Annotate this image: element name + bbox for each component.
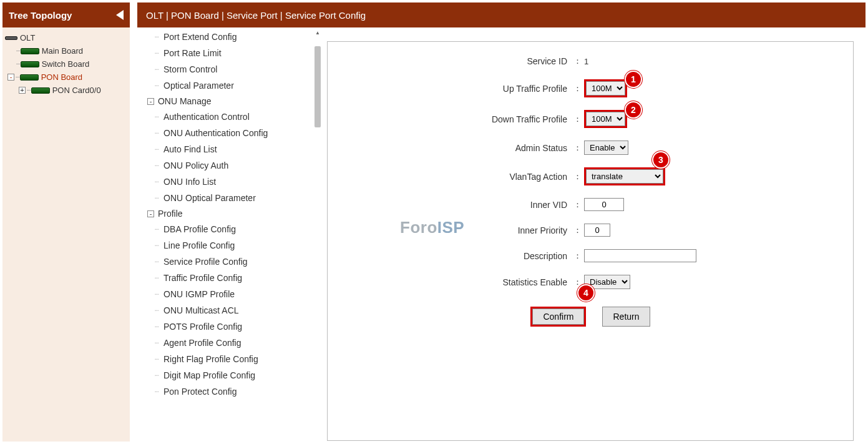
tree-item-pon-board[interactable]: - ┄ PON Board — [5, 71, 127, 84]
nav-group-profile[interactable]: - Profile — [137, 206, 321, 221]
tree-item-pon-card[interactable]: + ┄ PON Card0/0 — [5, 84, 127, 97]
select-down-traffic-profile[interactable]: 100M — [586, 112, 625, 126]
nav-onu-authentication-config[interactable]: ONU Authentication Config — [137, 125, 321, 141]
input-inner-vid[interactable] — [584, 198, 624, 211]
nav-pon-protect-config[interactable]: Pon Protect Config — [137, 383, 321, 400]
nav-digit-map-profile-config[interactable]: Digit Map Profile Config — [137, 367, 321, 383]
nav-onu-info-list[interactable]: ONU Info List — [137, 174, 321, 190]
breadcrumb: OLT | PON Board | Service Port | Service… — [146, 10, 366, 21]
label-admin-status: Admin Status — [328, 143, 571, 153]
row-down-traffic: Down Traffic Profile ： 100M 2 — [328, 104, 853, 134]
config-nav[interactable]: ▲ Port Extend Config Port Rate Limit Sto… — [137, 27, 321, 444]
nav-onu-igmp-profile[interactable]: ONU IGMP Profile — [137, 286, 321, 302]
select-up-traffic-profile[interactable]: 100M — [586, 81, 625, 96]
tree-label: Switch Board — [42, 59, 90, 69]
row-inner-vid: Inner VID ： — [328, 192, 853, 217]
label-service-id: Service ID — [328, 56, 571, 66]
sidebar-title: Tree Topology — [9, 10, 72, 21]
label-inner-priority: Inner Priority — [328, 225, 571, 235]
card-icon — [31, 87, 50, 94]
nav-port-extend-config[interactable]: Port Extend Config — [137, 29, 321, 45]
nav-onu-policy-auth[interactable]: ONU Policy Auth — [137, 157, 321, 174]
nav-line-profile-config[interactable]: Line Profile Config — [137, 237, 321, 254]
callout-2: 2 — [625, 101, 642, 119]
tree-root: OLT ┄ Main Board ┄ Switch Board - ┄ PON … — [2, 27, 130, 101]
highlight-box: Confirm — [530, 307, 586, 327]
nav-pots-profile-config[interactable]: POTS Profile Config — [137, 318, 321, 335]
tree-label: PON Board — [41, 72, 82, 82]
nav-storm-control[interactable]: Storm Control — [137, 61, 321, 77]
nav-authentication-control[interactable]: Authentication Control — [137, 109, 321, 125]
nav-agent-profile-config[interactable]: Agent Profile Config — [137, 335, 321, 351]
label-inner-vid: Inner VID — [328, 200, 571, 210]
tree-label: PON Card0/0 — [52, 86, 101, 95]
highlight-box: 100M — [584, 110, 627, 128]
nav-dba-profile-config[interactable]: DBA Profile Config — [137, 221, 321, 237]
select-admin-status[interactable]: Enable — [584, 141, 628, 155]
expand-expander-icon[interactable]: + — [19, 87, 26, 94]
nav-optical-parameter[interactable]: Optical Parameter — [137, 77, 321, 94]
collapse-expander-icon[interactable]: - — [7, 74, 14, 81]
nav-auto-find-list[interactable]: Auto Find List — [137, 141, 321, 157]
input-description[interactable] — [584, 249, 696, 262]
nav-right-flag-profile-config[interactable]: Right Flag Profile Config — [137, 351, 321, 367]
collapse-icon[interactable] — [116, 10, 124, 20]
nav-group-onu-manage[interactable]: - ONU Manage — [137, 94, 321, 109]
row-inner-priority: Inner Priority ： — [328, 217, 853, 243]
tree-item-main-board[interactable]: ┄ Main Board — [5, 44, 127, 57]
value-service-id: 1 — [584, 57, 588, 66]
collapse-expander-icon[interactable]: - — [147, 210, 154, 217]
highlight-box: 100M — [584, 79, 627, 97]
row-vlan-action: VlanTag Action ： translate 3 — [328, 161, 853, 192]
confirm-button[interactable]: Confirm — [532, 308, 584, 325]
config-nav-content: Port Extend Config Port Rate Limit Storm… — [137, 27, 321, 406]
row-description: Description ： — [328, 243, 853, 269]
tree-item-olt[interactable]: OLT — [5, 31, 127, 44]
input-inner-priority[interactable] — [584, 224, 610, 237]
nav-onu-multicast-acl[interactable]: ONU Multicast ACL — [137, 302, 321, 318]
sidebar-header: Tree Topology — [2, 2, 130, 27]
nav-service-profile-config[interactable]: Service Profile Config — [137, 254, 321, 270]
tree-label: OLT — [20, 33, 35, 42]
label-down-traffic: Down Traffic Profile — [328, 114, 571, 124]
row-up-traffic: Up Traffic Profile ： 100M 1 — [328, 73, 853, 104]
row-service-id: Service ID ： 1 — [328, 49, 853, 73]
label-vlan-action: VlanTag Action — [328, 172, 571, 182]
label-up-traffic: Up Traffic Profile — [328, 84, 571, 94]
button-row: Confirm Return 4 — [328, 295, 853, 327]
tree-topology-sidebar: Tree Topology OLT ┄ Main Board ┄ Switch … — [2, 2, 130, 442]
nav-port-rate-limit[interactable]: Port Rate Limit — [137, 45, 321, 61]
breadcrumb-bar: OLT | PON Board | Service Port | Service… — [137, 2, 866, 27]
group-label: ONU Manage — [158, 96, 212, 106]
highlight-box: translate — [584, 167, 665, 185]
callout-3: 3 — [652, 151, 670, 169]
select-vlan-tag-action[interactable]: translate — [586, 169, 663, 184]
callout-4: 4 — [577, 284, 595, 302]
nav-traffic-profile-config[interactable]: Traffic Profile Config — [137, 270, 321, 286]
board-icon — [21, 61, 39, 67]
board-icon — [20, 74, 39, 81]
tree-label: Main Board — [42, 46, 83, 56]
service-port-config-form: ForoISP Service ID ： 1 Up Traffic Profil… — [327, 41, 854, 441]
group-label: Profile — [158, 209, 183, 219]
nav-onu-optical-parameter[interactable]: ONU Optical Parameter — [137, 190, 321, 206]
board-icon — [21, 48, 39, 54]
collapse-expander-icon[interactable]: - — [147, 98, 154, 105]
callout-1: 1 — [625, 71, 642, 88]
tree-item-switch-board[interactable]: ┄ Switch Board — [5, 57, 127, 71]
label-stats-enable: Statistics Enable — [328, 277, 571, 287]
label-description: Description — [328, 251, 571, 261]
return-button[interactable]: Return — [602, 307, 650, 327]
device-icon — [5, 36, 17, 40]
row-admin-status: Admin Status ： Enable — [328, 134, 853, 161]
